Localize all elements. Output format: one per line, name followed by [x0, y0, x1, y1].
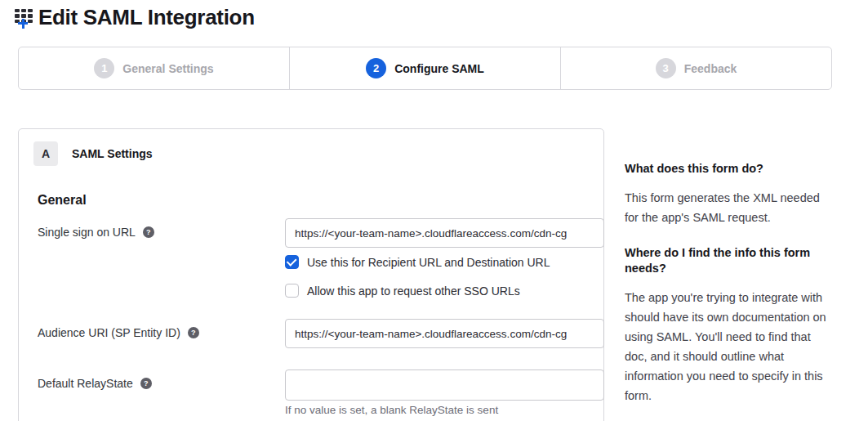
audience-uri-label: Audience URI (SP Entity ID) ?	[38, 326, 199, 339]
help-section-body: This form generates the XML needed for t…	[625, 188, 829, 227]
field-default-relaystate: Default RelayState ? If no value is set,…	[38, 376, 586, 391]
help-sidebar: What does this form do? This form genera…	[625, 161, 829, 405]
recipient-url-checkbox-label: Use this for Recipient URL and Destinati…	[307, 256, 550, 269]
help-section-body: The app you're trying to integrate with …	[625, 288, 829, 405]
help-section-where: Where do I find the info this form needs…	[625, 245, 829, 405]
step-configure-saml[interactable]: 2 Configure SAML	[289, 47, 560, 89]
step-general-settings[interactable]: 1 General Settings	[19, 47, 289, 89]
recipient-url-checkbox-row[interactable]: Use this for Recipient URL and Destinati…	[285, 255, 550, 269]
page-title: Edit SAML Integration	[38, 5, 255, 30]
help-section-what: What does this form do? This form genera…	[625, 161, 829, 227]
saml-settings-panel: A SAML Settings General Single sign on U…	[18, 128, 604, 421]
other-sso-checkbox[interactable]	[285, 284, 299, 298]
sso-url-label: Single sign on URL ?	[38, 226, 154, 239]
audience-uri-input[interactable]	[285, 319, 604, 348]
panel-head: A SAML Settings	[19, 129, 603, 166]
page-header: Edit SAML Integration	[13, 5, 255, 30]
step-feedback[interactable]: 3 Feedback	[560, 47, 831, 89]
other-sso-checkbox-label: Allow this app to request other SSO URLs	[307, 284, 520, 298]
section-badge: A	[33, 141, 58, 166]
question-icon[interactable]: ?	[140, 378, 152, 389]
help-section-title: Where do I find the info this form needs…	[625, 245, 829, 277]
step-number-badge: 2	[366, 58, 386, 78]
field-sso-url: Single sign on URL ?	[38, 225, 586, 240]
question-icon[interactable]: ?	[143, 226, 154, 238]
relaystate-input[interactable]	[285, 369, 604, 401]
step-label: Configure SAML	[394, 62, 484, 75]
recipient-url-checkbox[interactable]	[285, 255, 299, 269]
help-section-title: What does this form do?	[625, 161, 829, 177]
section-title: SAML Settings	[72, 147, 153, 160]
sso-url-input[interactable]	[285, 218, 604, 248]
other-sso-checkbox-row[interactable]: Allow this app to request other SSO URLs	[285, 284, 520, 298]
app-grid-plus-icon	[13, 6, 36, 30]
relaystate-label: Default RelayState ?	[38, 377, 152, 390]
step-label: General Settings	[122, 62, 213, 75]
step-number-badge: 1	[94, 58, 114, 78]
step-label: Feedback	[684, 62, 737, 75]
wizard-stepper: 1 General Settings 2 Configure SAML 3 Fe…	[18, 47, 832, 90]
step-number-badge: 3	[656, 58, 676, 78]
relaystate-helper-text: If no value is set, a blank RelayState i…	[285, 404, 498, 416]
field-audience-uri: Audience URI (SP Entity ID) ?	[38, 325, 586, 340]
question-icon[interactable]: ?	[188, 327, 199, 338]
group-title-general: General	[38, 193, 603, 208]
